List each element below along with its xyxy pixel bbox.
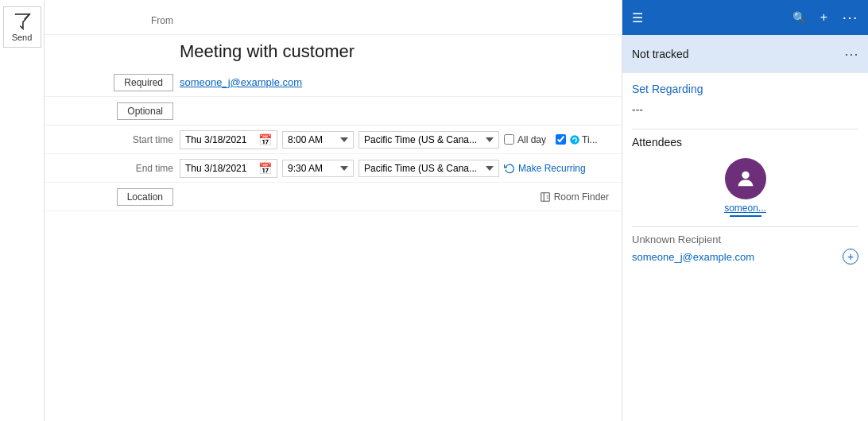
form-body: From Meeting with customer Required Opti… [45,0,622,421]
from-content [180,17,622,24]
start-time-content: 📅 8:00 AM 8:30 AM 9:00 AM Pacific Time (… [180,127,622,153]
start-time-select[interactable]: 8:00 AM 8:30 AM 9:00 AM [282,131,354,149]
recipient-email[interactable]: someone_j@example.com [632,251,754,263]
svg-point-0 [570,135,579,145]
header-right-icons: 🔍 + ⋯ [792,8,858,27]
from-label: From [151,15,173,26]
from-row: From [45,6,622,35]
allday-area: All day [504,134,546,145]
optional-button[interactable]: Optional [117,102,173,120]
header-icons: ☰ [632,10,643,25]
attendee-item: someon... [632,158,858,217]
required-button[interactable]: Required [114,74,173,91]
end-timezone-select[interactable]: Pacific Time (US & Cana... Eastern Time … [358,160,499,177]
optional-content [180,98,622,123]
optional-email-input[interactable] [180,102,615,120]
attendees-label: Attendees [632,136,858,149]
send-button[interactable]: Send [3,6,41,48]
right-panel: ☰ 🔍 + ⋯ Not tracked ⋯ Set Regarding --- … [622,0,868,421]
room-finder-button[interactable]: Room Finder [533,188,615,206]
separator-2 [632,226,858,227]
make-recurring-button[interactable]: Make Recurring [504,163,586,174]
recipient-row: someone_j@example.com + [632,249,858,265]
skype-area: Ti... [556,134,598,145]
search-icon[interactable]: 🔍 [792,11,806,24]
meeting-title: Meeting with customer [180,41,355,62]
svg-rect-1 [541,192,549,201]
attendee-name[interactable]: someon... [724,203,766,214]
main-area: From Meeting with customer Required Opti… [45,0,622,421]
location-label-area: Location [45,188,180,206]
start-time-label: Start time [133,134,173,145]
more-menu-icon[interactable]: ⋯ [842,8,858,27]
location-row: Location Room Finder [45,183,622,211]
send-panel: Send [0,0,45,421]
end-time-content: 📅 9:30 AM 10:00 AM Pacific Time (US & Ca… [180,156,622,181]
location-content: Room Finder [180,184,622,209]
end-calendar-icon[interactable]: 📅 [258,162,272,175]
send-icon [14,13,31,30]
title-row: Meeting with customer [45,35,622,68]
end-time-label-area: End time [45,163,180,174]
avatar-icon [734,168,757,190]
attendee-underline [730,215,761,217]
optional-row: Optional [45,97,622,126]
end-time-select[interactable]: 9:30 AM 10:00 AM [282,160,354,177]
not-tracked-bar: Not tracked ⋯ [622,35,868,73]
required-label-area: Required [45,74,180,91]
allday-label: All day [517,134,546,145]
set-regarding-link[interactable]: Set Regarding [632,83,858,95]
end-date-field: 📅 [180,159,277,178]
unknown-recipient-label: Unknown Recipient [632,234,858,245]
separator-1 [632,129,858,129]
svg-point-2 [742,172,749,179]
start-time-row: Start time 📅 8:00 AM 8:30 AM 9:00 AM Pac… [45,126,622,154]
add-recipient-button[interactable]: + [843,249,858,265]
start-date-field: 📅 [180,130,277,149]
start-timezone-select[interactable]: Pacific Time (US & Cana... Eastern Time … [358,131,499,149]
start-date-input[interactable] [185,134,255,145]
skype-checkbox[interactable] [556,134,566,145]
hamburger-icon[interactable]: ☰ [632,10,643,25]
end-date-input[interactable] [185,163,255,174]
not-tracked-more-button[interactable]: ⋯ [844,45,858,63]
avatar [725,158,766,199]
optional-label-area: Optional [45,102,180,120]
allday-checkbox[interactable] [504,134,514,145]
recurring-icon [504,163,515,174]
not-tracked-text: Not tracked [632,48,689,60]
end-time-label: End time [136,163,173,174]
skype-label: Ti... [582,134,598,145]
room-finder-icon [540,191,551,203]
end-time-row: End time 📅 9:30 AM 10:00 AM Pacific Time… [45,154,622,183]
required-content [180,70,622,95]
add-icon-header[interactable]: + [820,10,827,25]
start-calendar-icon[interactable]: 📅 [258,133,272,146]
skype-icon [569,134,580,145]
from-label-area: From [45,15,180,26]
location-input[interactable] [180,187,529,206]
right-content: Set Regarding --- Attendees someon... Un… [622,73,868,421]
dash-text: --- [632,103,858,116]
right-header: ☰ 🔍 + ⋯ [622,0,868,35]
start-time-label-area: Start time [45,134,180,145]
required-email-input[interactable] [180,73,615,91]
location-button[interactable]: Location [117,188,173,206]
required-row: Required [45,68,622,97]
